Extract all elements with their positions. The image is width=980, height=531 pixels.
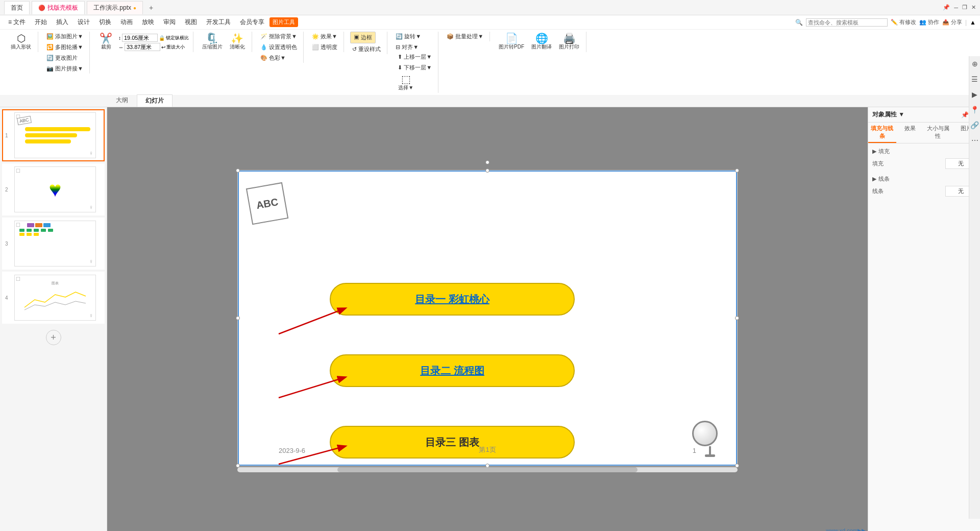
panel-icon-5[interactable]: 🔗 [969, 119, 980, 131]
panel-icon-3[interactable]: ▶ [970, 89, 979, 100]
menu-start[interactable]: 开始 [31, 17, 51, 28]
slide-canvas[interactable]: ABC 目录一 彩虹桃心 目录二 流程图 [237, 170, 738, 466]
insert-shape-button[interactable]: ⬡ 插入形状 [8, 32, 34, 52]
panel-tab-effect[interactable]: 效果 [896, 123, 924, 143]
tab-home[interactable]: 首页 [4, 1, 30, 14]
move-down-button[interactable]: ⬇ 下移一层▼ [396, 63, 434, 73]
slide-icon-4: ☐ [16, 276, 20, 282]
menu-review[interactable]: 审阅 [159, 17, 180, 28]
height-input[interactable] [122, 34, 158, 42]
panel-tab-fill[interactable]: 填充与线条 [868, 123, 896, 143]
panel-pin-icon[interactable]: 📌 [961, 111, 969, 118]
add-picture-button[interactable]: 🖼️ 添加图片▼ [44, 32, 85, 41]
panel-icon-1[interactable]: ⊕ [970, 58, 979, 69]
handle-top-center[interactable] [485, 168, 489, 173]
set-transparent-button[interactable]: 💧 设置透明色 [258, 42, 299, 52]
menu-view[interactable]: 视图 [181, 17, 201, 28]
main-area: 1 ABC ☐ ♀ 2 [0, 107, 980, 531]
handle-mid-right[interactable] [735, 316, 739, 320]
panel-icon-6[interactable]: ⋯ [970, 135, 980, 146]
pill-2[interactable]: 目录二 流程图 [330, 354, 575, 387]
panel-tab-size[interactable]: 大小与属性 [924, 123, 952, 143]
menu-slideshow[interactable]: 放映 [138, 17, 158, 28]
border-button[interactable]: ▣ 边框 [350, 32, 376, 43]
img-print-button[interactable]: 🖨️ 图片打印 [556, 32, 582, 52]
canvas-scrollbar-horizontal[interactable] [237, 467, 738, 472]
menu-member[interactable]: 会员专享 [236, 17, 268, 28]
new-tab-button[interactable]: + [145, 2, 157, 14]
scrollbar-thumb-h[interactable] [337, 467, 638, 472]
menu-transition[interactable]: 切换 [95, 17, 115, 28]
panel-collapse-button[interactable]: ▲ [970, 19, 976, 26]
handle-top-right[interactable] [735, 168, 739, 173]
pill-1-text: 目录一 彩虹桃心 [415, 293, 489, 306]
menu-animation[interactable]: 动画 [116, 17, 137, 28]
panel-border-title[interactable]: ▶ 线条 [872, 175, 976, 183]
batch-process-button[interactable]: 📦 批量处理▼ [445, 32, 485, 41]
mirror-ball [692, 421, 728, 456]
rotate-button[interactable]: 🔄 旋转▼ [394, 32, 423, 41]
menu-picture-tool[interactable]: 图片工具 [270, 17, 298, 27]
handle-rotate[interactable] [485, 160, 489, 164]
slide-thumb-3[interactable]: 3 [2, 218, 105, 270]
align-button[interactable]: ⊟ 对齐▼ [394, 42, 421, 52]
search-input[interactable] [806, 18, 888, 27]
slide-footer-icon-2: ♀ [89, 204, 93, 211]
sharpen-button[interactable]: ✨ 清晰化 [227, 32, 248, 52]
pill-3[interactable]: 目录三 图表 [330, 426, 575, 458]
panel-icon-4[interactable]: 📍 [969, 104, 980, 115]
menu-file[interactable]: ≡ 文件 [4, 17, 30, 28]
move-up-button[interactable]: ⬆ 上移一层▼ [396, 52, 434, 62]
tab-template[interactable]: 🔴 找版壳模板 [32, 1, 85, 14]
add-slide-button[interactable]: + [46, 330, 61, 345]
transparency-button[interactable]: ⬜ 透明度 [310, 42, 339, 52]
width-input[interactable] [125, 43, 160, 51]
handle-top-left[interactable] [236, 168, 240, 173]
img-translate-button[interactable]: 🌐 图片翻译 [529, 32, 554, 52]
tab-slide[interactable]: 幻灯片 [137, 94, 173, 107]
multi-crop-button[interactable]: 🔁 多图轮播▼ [44, 42, 85, 52]
tab-file[interactable]: 工作演示.pptx ● [87, 1, 143, 14]
svg-line-0 [279, 308, 345, 334]
select-button[interactable]: ⬚ 选择▼ [396, 73, 416, 93]
pill-1[interactable]: 目录一 彩虹桃心 [330, 283, 575, 316]
window-controls: 📌 ─ ❐ ✕ [943, 4, 976, 11]
slide-thumb-1[interactable]: 1 ABC ☐ ♀ [2, 109, 105, 161]
panel-fill-title[interactable]: ▶ 填充 [872, 148, 976, 155]
menu-design[interactable]: 设计 [74, 17, 94, 28]
watermark: www.xd.com▶▶ [826, 527, 866, 531]
pin-button[interactable]: 📌 [943, 4, 950, 11]
compress-picture-button[interactable]: 🗜️ 压缩图片 [200, 32, 225, 52]
remove-bg-button[interactable]: 🪄 抠除背景▼ [258, 32, 299, 41]
close-button[interactable]: ✕ [971, 4, 976, 11]
handle-mid-left[interactable] [236, 316, 240, 320]
restore-button[interactable]: ❐ [962, 4, 967, 11]
ribbon-group-arrange: 🔄 旋转▼ ⊟ 对齐▼ ⬆ 上移一层▼ ⬇ 下移一层▼ ⬚ 选择▼ [389, 32, 438, 93]
crop-button[interactable]: ✂️ 裁剪 [96, 32, 116, 52]
ribbon: ⬡ 插入形状 🖼️ 添加图片▼ 🔁 多图轮播▼ 🔄 更改图片 📷 图片拼接▼ ✂… [0, 30, 980, 95]
slide-thumb-4[interactable]: 4 图表 ☐ ♀ [2, 272, 105, 324]
slide-num-3: 3 [5, 241, 12, 247]
redesign-button[interactable]: ↺ 重设样式 [350, 44, 383, 54]
revise-button[interactable]: ✏️ 有修改 [891, 18, 916, 26]
effect-button[interactable]: 🌟 效果▼ [310, 32, 339, 41]
color-adjust-button[interactable]: 🎨 色彩▼ [258, 53, 288, 63]
change-picture-button[interactable]: 🔄 更改图片 [44, 53, 80, 63]
minimize-button[interactable]: ─ [954, 5, 958, 11]
slide-thumb-2[interactable]: 2 ♥ ☐ ♀ [2, 163, 105, 215]
picture-collage-button[interactable]: 📷 图片拼接▼ [44, 64, 85, 74]
share-button[interactable]: 📤 分享 [942, 18, 962, 26]
abc-element[interactable]: ABC [246, 182, 292, 228]
slide-preview-4: 图表 ☐ ♀ [14, 275, 96, 321]
menu-insert[interactable]: 插入 [52, 17, 72, 28]
panel-icon-2[interactable]: ☰ [970, 74, 979, 85]
img-to-pdf-button[interactable]: 📄 图片转PDF [496, 32, 527, 52]
menu-developer[interactable]: 开发工具 [202, 17, 235, 28]
right-panel: 对象属性 ▼ 📌 ✕ 填充与线条 效果 大小与属性 图片 ▶ 填充 填充 无 [868, 107, 980, 531]
mirror-stand [709, 446, 711, 454]
tab-outline[interactable]: 大纲 [107, 94, 137, 107]
slide-icon-1: ☐ [16, 114, 20, 119]
collaborate-button[interactable]: 👥 协作 [919, 18, 939, 26]
panel-content: ▶ 填充 填充 无 ▶ 线条 线条 无 [868, 143, 980, 531]
slide-footer-icon-1: ♀ [89, 150, 93, 157]
